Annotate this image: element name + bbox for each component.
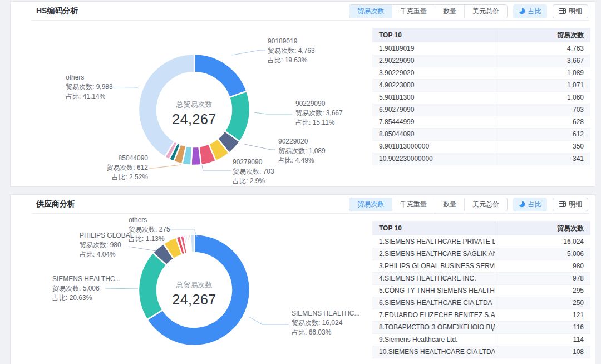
- table-header-row: TOP 10 贸易次数: [372, 221, 590, 235]
- trades-column-header: 贸易次数: [495, 221, 590, 235]
- table-row: 2.902290903,667: [372, 55, 590, 67]
- row-value: 116: [495, 321, 590, 333]
- table-row: 9.901813000000350: [372, 140, 590, 153]
- table-row: 4.SIEMENS HEALTHCARE INC.978: [372, 272, 590, 284]
- donut-slice-SIEMENS HEALTHCARE SAĞLIK ANONİM ŞİRKETİ: [139, 253, 166, 319]
- row-value: 1,071: [495, 79, 590, 91]
- row-value: 1,089: [495, 67, 590, 79]
- hs-metric-weight-button[interactable]: 千克重量: [392, 5, 435, 18]
- hs-metric-usd-button[interactable]: 美元总价: [464, 5, 507, 18]
- row-label: 8.ТОВАРИСТВО З ОБМЕЖЕНОЮ ВІДПОВІДАЛЬНІСТ: [372, 321, 495, 333]
- row-label: 7.85444999: [372, 116, 495, 128]
- row-label: 3.90229020: [372, 67, 495, 79]
- hs-detail-view-button[interactable]: 明细: [553, 4, 588, 18]
- hs-metric-trades-button[interactable]: 贸易次数: [349, 5, 392, 18]
- pie-chart-icon: [519, 8, 525, 14]
- supplier-donut-chart: 总贸易次数 24,267 others 贸易次数: 275 占比: 1.13% …: [11, 214, 378, 364]
- row-value: 108: [495, 346, 590, 358]
- hs-metric-switcher: 贸易次数 千克重量 数量 美元总价: [349, 4, 508, 18]
- callout-90279090: 90279090 贸易次数: 703 占比: 2.9%: [233, 158, 274, 186]
- hs-code-analysis-panel: HS编码分析 贸易次数 千克重量 数量 美元总价 占比 明细 总贸易次数 24,…: [10, 1, 595, 187]
- pie-chart-icon: [519, 201, 525, 208]
- supplier-metric-switcher: 贸易次数 千克重量 数量 美元总价: [349, 198, 508, 211]
- row-value: 16,024: [495, 235, 590, 248]
- donut-slice-90189019: [194, 54, 247, 97]
- table-grid-icon: [559, 201, 566, 208]
- row-label: 1.90189019: [372, 42, 495, 55]
- trades-column-header: 贸易次数: [495, 28, 590, 42]
- hs-toolbar: 贸易次数 千克重量 数量 美元总价 占比 明细: [349, 4, 588, 18]
- callout-others: others 贸易次数: 9,983 占比: 41.14%: [66, 73, 113, 101]
- supplier-metric-quantity-button[interactable]: 数量: [435, 198, 464, 211]
- supplier-metric-usd-button[interactable]: 美元总价: [464, 198, 507, 211]
- table-row: 6.90279090703: [372, 104, 590, 116]
- row-label: 3.PHILIPS GLOBAL BUSINESS SERVICES LLP: [372, 260, 495, 272]
- row-label: 6.SIEMENS-HEALTHCARE CIA LTDA: [372, 297, 495, 309]
- supplier-toolbar: 贸易次数 千克重量 数量 美元总价 占比 明细: [349, 198, 588, 211]
- table-grid-icon: [559, 8, 566, 14]
- donut-slice-others: [139, 54, 194, 157]
- row-label: 2.SIEMENS HEALTHCARE SAĞLIK ANONİM ŞİRKE…: [372, 248, 495, 260]
- row-label: 5.90181300: [372, 91, 495, 104]
- hs-share-view-button[interactable]: 占比: [513, 4, 547, 18]
- table-row: 9.Siemens Healthcare Ltd.114: [372, 333, 590, 346]
- row-label: 5.CÔNG TY TNHH SIEMENS HEALTHCARE.: [372, 284, 495, 297]
- table-row: 8.85044090612: [372, 128, 590, 140]
- table-row: 5.CÔNG TY TNHH SIEMENS HEALTHCARE.295: [372, 284, 590, 297]
- hs-donut-chart: 总贸易次数 24,267 90189019 贸易次数: 4,763 占比: 19…: [11, 21, 378, 188]
- donut-slice-others: [190, 234, 194, 253]
- row-label: 1.SIEMENS HEALTHCARE PRIVATE LIMITED: [372, 235, 495, 248]
- table-row: 5.901813001,060: [372, 91, 590, 104]
- row-label: 6.90279090: [372, 104, 495, 116]
- row-value: 295: [495, 284, 590, 297]
- supplier-analysis-panel: 供应商分析 贸易次数 千克重量 数量 美元总价 占比 明细 总贸易次数 24,2…: [10, 194, 595, 364]
- row-value: 341: [495, 153, 590, 165]
- row-value: 4,763: [495, 42, 590, 55]
- supplier-top10-table: TOP 10 贸易次数 1.SIEMENS HEALTHCARE PRIVATE…: [372, 221, 590, 358]
- row-value: 703: [495, 104, 590, 116]
- hs-panel-header: HS编码分析 贸易次数 千克重量 数量 美元总价 占比 明细: [11, 2, 595, 21]
- supplier-metric-trades-button[interactable]: 贸易次数: [349, 198, 392, 211]
- hs-metric-quantity-button[interactable]: 数量: [435, 5, 464, 18]
- table-row: 8.ТОВАРИСТВО З ОБМЕЖЕНОЮ ВІДПОВІДАЛЬНІСТ…: [372, 321, 590, 333]
- row-label: 9.901813000000: [372, 140, 495, 153]
- table-header-row: TOP 10 贸易次数: [372, 28, 590, 42]
- supplier-share-view-label: 占比: [528, 200, 541, 209]
- callout-leader-line: [149, 165, 181, 168]
- row-label: 9.Siemens Healthcare Ltd.: [372, 333, 495, 346]
- top10-column-header: TOP 10: [372, 221, 495, 235]
- row-value: 5,006: [495, 248, 590, 260]
- hs-panel-title: HS编码分析: [36, 6, 78, 16]
- table-row: 1.901890194,763: [372, 42, 590, 55]
- row-value: 121: [495, 309, 590, 321]
- callout-siemens-private: SIEMENS HEALTHC... 贸易次数: 16,024 占比: 66.0…: [292, 309, 359, 337]
- supplier-detail-view-label: 明细: [569, 200, 582, 209]
- callout-leader-line: [244, 144, 275, 150]
- table-row: 1.SIEMENS HEALTHCARE PRIVATE LIMITED16,0…: [372, 235, 590, 248]
- row-value: 250: [495, 297, 590, 309]
- callout-leader-line: [202, 165, 231, 171]
- row-label: 8.85044090: [372, 128, 495, 140]
- callout-leader-line: [232, 50, 265, 55]
- row-label: 2.90229090: [372, 55, 495, 67]
- callout-leader-line: [249, 317, 289, 324]
- row-value: 1,060: [495, 91, 590, 104]
- table-row: 10.902230000000341: [372, 153, 590, 165]
- supplier-metric-weight-button[interactable]: 千克重量: [392, 198, 435, 211]
- table-row: 2.SIEMENS HEALTHCARE SAĞLIK ANONİM ŞİRKE…: [372, 248, 590, 260]
- callout-siemens-saglik: SIEMENS HEALTHC... 贸易次数: 5,006 占比: 20.63…: [52, 274, 120, 303]
- row-label: 4.90223000: [372, 79, 495, 91]
- callout-leader-line: [254, 112, 292, 114]
- table-row: 4.902230001,071: [372, 79, 590, 91]
- hs-detail-view-label: 明细: [569, 7, 582, 16]
- table-row: 6.SIEMENS-HEALTHCARE CIA LTDA250: [372, 297, 590, 309]
- hs-share-view-label: 占比: [528, 7, 541, 16]
- supplier-detail-view-button[interactable]: 明细: [553, 198, 588, 211]
- callout-90229020: 90229020 贸易次数: 1,089 占比: 4.49%: [278, 137, 326, 165]
- row-label: 4.SIEMENS HEALTHCARE INC.: [372, 272, 495, 284]
- table-row: 10.SIEMENS HEALTHCARE CIA LTDA.108: [372, 346, 590, 358]
- row-value: 3,667: [495, 55, 590, 67]
- table-row: 3.PHILIPS GLOBAL BUSINESS SERVICES LLP98…: [372, 260, 590, 272]
- row-label: 10.902230000000: [372, 153, 495, 165]
- supplier-share-view-button[interactable]: 占比: [513, 198, 547, 211]
